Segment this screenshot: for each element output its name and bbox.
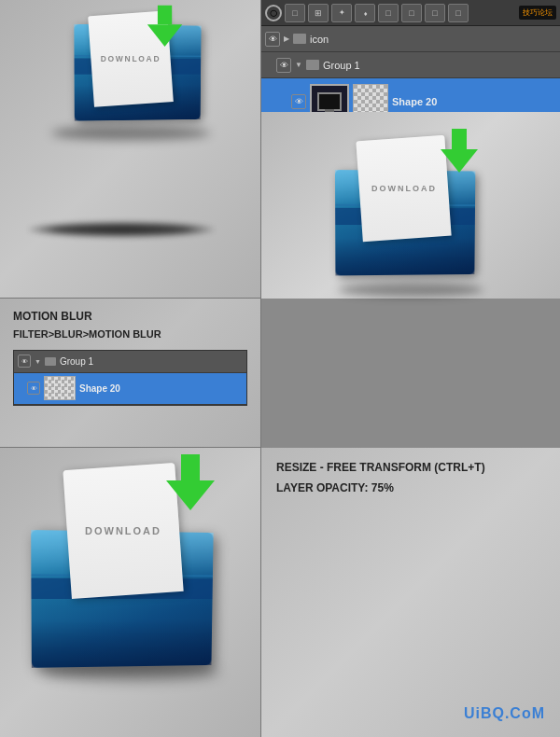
panel-bottom-right: RESIZE - FREE TRANSFORM (CTRL+T) LAYER O… [261, 448, 560, 737]
btn7[interactable]: □ [425, 4, 445, 22]
arrow-stem [157, 6, 171, 24]
mini-layer-group1-row[interactable]: 👁 ▼ Group 1 [14, 351, 246, 373]
mini-layer-shape20-row[interactable]: 👁 Shape 20 [14, 373, 246, 405]
mini-shape20-name: Shape 20 [79, 383, 120, 394]
mini-group1-name: Group 1 [60, 356, 93, 367]
mini-shape20-thumb [44, 376, 76, 400]
folder-shadow [51, 126, 210, 140]
motion-blur-subtitle: FILTER>BLUR>MOTION BLUR [13, 327, 247, 342]
layer-icon-folder [293, 34, 306, 44]
download-arrow-wrapper [147, 6, 181, 47]
monitor-icon [317, 92, 342, 111]
mini-layers-panel: 👁 ▼ Group 1 👁 Shape 20 [13, 350, 247, 406]
btn8[interactable]: □ [448, 4, 469, 22]
mini-eye-icon[interactable]: 👁 [18, 355, 31, 368]
opacity-label: LAYER OPACITY: 75% [276, 480, 545, 496]
anchor-tool[interactable]: ⬧ [355, 4, 375, 22]
bottom-doc-text: DOWNLOAD [85, 525, 161, 536]
panel-top-left: DOWNLOAD [0, 0, 261, 299]
preview-doc-paper: DOWNLOAD [356, 135, 451, 242]
expand-triangle[interactable]: ▶ [284, 35, 289, 43]
group1-folder-icon [306, 60, 319, 70]
panel-mid-left: MOTION BLUR FILTER>BLUR>MOTION BLUR 👁 ▼ … [0, 299, 261, 448]
motion-blur-title: MOTION BLUR [13, 308, 247, 325]
photoshop-toolbar: ○ □ ⊞ ✦ ⬧ □ □ □ □ 技巧论坛 [261, 0, 560, 26]
transform-tool[interactable]: ⊞ [308, 4, 329, 22]
preview-shadow [339, 283, 483, 297]
arrow-head [147, 24, 181, 47]
preview-doc-text: DOWNLOAD [371, 184, 437, 193]
mini-folder-icon [45, 357, 56, 366]
site-logo-corner: 技巧论坛 [519, 6, 556, 20]
watermark: UiBQ.CoM [464, 705, 545, 722]
layer-name-icon: icon [310, 34, 556, 45]
layer-row-icon: 👁 ▶ icon [261, 26, 560, 52]
preview-arrow [441, 129, 478, 173]
group1-triangle[interactable]: ▼ [295, 61, 302, 69]
group1-eye-icon[interactable]: 👁 [276, 58, 291, 73]
bottom-folder-container: DOWNLOAD [28, 462, 233, 676]
rectangle-tool[interactable]: □ [285, 4, 305, 22]
move-tool[interactable]: ✦ [331, 4, 352, 22]
layer-row-group1[interactable]: 👁 ▼ Group 1 [261, 52, 560, 78]
btn5[interactable]: □ [378, 4, 399, 22]
doc-label: DOWNLOAD [100, 54, 161, 63]
visibility-eye-icon[interactable]: 👁 [265, 32, 280, 47]
preview-area: DOWNLOAD [261, 112, 560, 299]
bottom-arrow [166, 454, 215, 510]
group1-name: Group 1 [323, 60, 556, 71]
mini-shape20-eye[interactable]: 👁 [27, 382, 40, 395]
folder-preview: DOWNLOAD [327, 131, 495, 289]
btn6[interactable]: □ [401, 4, 422, 22]
shape-circle-tool[interactable]: ○ [265, 5, 282, 21]
resize-title: RESIZE - FREE TRANSFORM (CTRL+T) [276, 459, 545, 476]
motion-blur-shadow [28, 222, 215, 237]
shape20-name: Shape 20 [392, 96, 556, 107]
panel-bottom-left: DOWNLOAD [0, 448, 261, 737]
panel-top-right: ○ □ ⊞ ✦ ⬧ □ □ □ □ 技巧论坛 👁 ▶ icon 👁 ▼ Grou… [261, 0, 560, 299]
mini-triangle[interactable]: ▼ [35, 358, 41, 365]
shape20-eye-icon[interactable]: 👁 [291, 94, 306, 109]
